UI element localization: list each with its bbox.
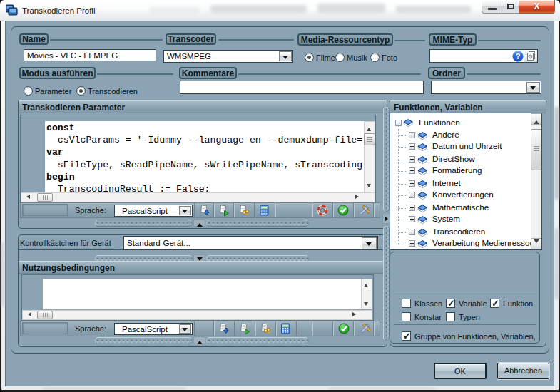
svg-text:?: ?: [516, 52, 521, 61]
